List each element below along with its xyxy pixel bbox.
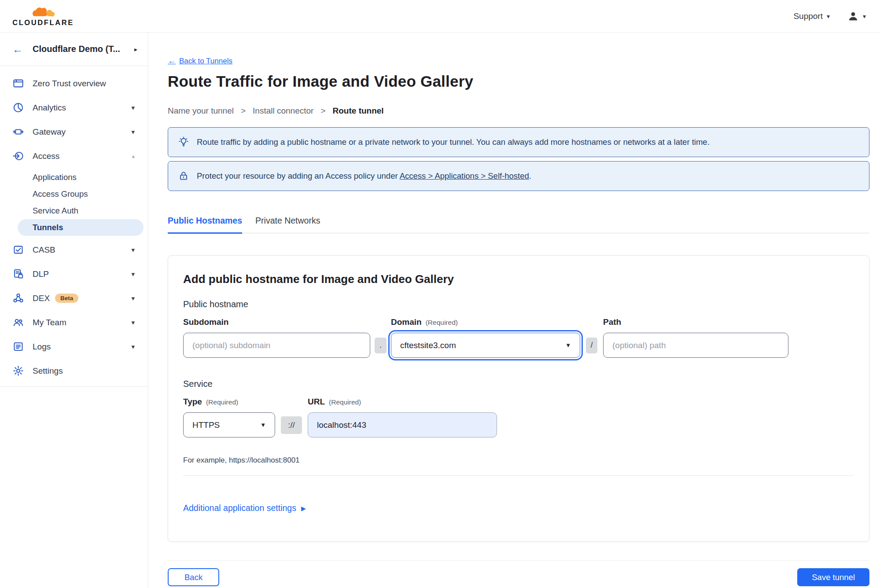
service-type-select[interactable]: HTTPS ▼ [183, 412, 275, 437]
info-banner-text: Route traffic by adding a public hostnam… [197, 137, 710, 147]
breadcrumb-separator: > [241, 106, 246, 116]
back-to-tunnels-link[interactable]: ← Back to Tunnels [168, 56, 232, 66]
sidebar-item-dex[interactable]: DEX Beta ▾ [0, 286, 148, 310]
breadcrumb-step-route-tunnel: Route tunnel [333, 106, 384, 116]
breadcrumb: Name your tunnel > Install connector > R… [168, 106, 869, 116]
sidebar-item-label: CASB [33, 245, 55, 255]
hostname-tabs: Public Hostnames Private Networks [168, 216, 869, 233]
back-link-label: Back to Tunnels [179, 57, 232, 66]
chevron-down-icon: ▾ [131, 104, 135, 112]
sidebar-item-settings[interactable]: Settings [0, 359, 148, 383]
sidebar-item-label: DEX [33, 294, 50, 303]
save-tunnel-button[interactable]: Save tunnel [797, 568, 869, 586]
url-label: URL [308, 397, 325, 407]
sidebar-divider [0, 386, 148, 387]
chevron-right-icon: ▸ [134, 46, 137, 52]
logs-list-icon [12, 341, 24, 353]
card-divider [183, 475, 854, 476]
service-section-label: Service [183, 379, 854, 389]
settings-gear-icon [12, 365, 24, 377]
chevron-down-icon: ▾ [131, 294, 135, 302]
sidebar-item-label: Logs [33, 342, 51, 352]
chevron-down-icon: ▾ [131, 343, 135, 351]
dlp-document-lock-icon [12, 268, 24, 280]
chevron-down-icon: ▾ [863, 13, 866, 19]
sidebar-item-applications[interactable]: Applications [0, 169, 148, 186]
sidebar-item-tunnels[interactable]: Tunnels [18, 219, 144, 236]
additional-settings-label: Additional application settings [183, 503, 296, 513]
sidebar-item-dlp[interactable]: DLP ▾ [0, 262, 148, 286]
sidebar-item-access-groups[interactable]: Access Groups [0, 186, 148, 202]
team-people-icon [12, 316, 24, 328]
sidebar-item-label: My Team [33, 318, 66, 327]
service-type-value: HTTPS [192, 420, 220, 430]
beta-badge: Beta [55, 294, 78, 303]
subdomain-label: Subdomain [183, 317, 228, 327]
info-banner: Route traffic by adding a public hostnam… [168, 127, 869, 157]
sidebar-item-label: Gateway [33, 127, 66, 137]
path-input[interactable] [603, 333, 788, 358]
tab-private-networks[interactable]: Private Networks [255, 216, 320, 233]
path-label: Path [603, 317, 621, 327]
sidebar-item-casb[interactable]: CASB ▾ [0, 238, 148, 262]
sidebar-item-zero-trust-overview[interactable]: Zero Trust overview [0, 71, 148, 96]
breadcrumb-separator: > [320, 106, 325, 116]
protect-text-suffix: . [529, 171, 531, 180]
back-button[interactable]: Back [168, 568, 219, 586]
breadcrumb-step-install-connector[interactable]: Install connector [253, 106, 313, 116]
protect-banner-text: Protect your resource by adding an Acces… [197, 171, 531, 181]
overview-window-icon [12, 77, 24, 89]
back-arrow-icon: ← [168, 56, 176, 66]
access-sub-list: Applications Access Groups Service Auth … [0, 168, 148, 238]
required-hint: (Required) [329, 398, 361, 406]
footer-divider [168, 560, 869, 561]
domain-select[interactable]: cftestsite3.com ▼ [391, 333, 580, 358]
sidebar-item-gateway[interactable]: Gateway ▾ [0, 120, 148, 144]
scheme-separator: :// [281, 416, 302, 434]
chevron-down-icon: ▾ [827, 13, 830, 19]
gateway-icon [12, 126, 24, 138]
disclosure-triangle-icon: ▶ [301, 505, 306, 512]
support-label: Support [793, 11, 823, 21]
access-applications-self-hosted-link[interactable]: Access > Applications > Self-hosted [400, 171, 529, 180]
sidebar-nav: Zero Trust overview Analytics ▾ Gateway … [0, 66, 148, 387]
sidebar-item-label: Tunnels [33, 223, 63, 232]
chevron-up-icon: ▴ [132, 153, 135, 159]
footer-actions: Back Save tunnel [168, 568, 869, 586]
required-hint: (Required) [426, 319, 458, 327]
sidebar-item-logs[interactable]: Logs ▾ [0, 334, 148, 359]
tab-public-hostnames[interactable]: Public Hostnames [168, 216, 242, 234]
domain-label: Domain [391, 317, 422, 327]
support-menu[interactable]: Support ▾ [793, 11, 830, 21]
user-icon [847, 11, 859, 22]
public-hostname-section-label: Public hostname [183, 299, 854, 309]
sidebar-item-label: Service Auth [33, 206, 78, 216]
subdomain-input[interactable] [183, 333, 370, 358]
required-hint: (Required) [206, 398, 238, 406]
protect-banner: Protect your resource by adding an Acces… [168, 161, 869, 191]
service-url-input[interactable] [308, 412, 497, 437]
sidebar-item-my-team[interactable]: My Team ▾ [0, 310, 148, 334]
back-arrow-icon[interactable]: ← [12, 44, 23, 55]
cloudflare-logo[interactable]: CLOUDFLARE [8, 6, 78, 26]
sidebar-item-access[interactable]: Access ▴ [0, 144, 148, 168]
lock-icon [178, 170, 189, 182]
protect-text-prefix: Protect your resource by adding an Acces… [197, 171, 398, 180]
chevron-down-icon: ▾ [131, 270, 135, 278]
account-switcher[interactable]: ← Cloudflare Demo (T... ▸ [0, 33, 148, 66]
main-content: ← Back to Tunnels Route Traffic for Imag… [148, 33, 880, 588]
lightbulb-icon [178, 136, 189, 148]
sidebar-item-label: DLP [33, 269, 49, 279]
chevron-down-icon: ▾ [131, 319, 135, 327]
dot-separator: . [375, 338, 387, 353]
breadcrumb-step-name-your-tunnel[interactable]: Name your tunnel [168, 106, 234, 116]
chevron-down-icon: ▾ [131, 128, 135, 136]
hostname-field-row: Subdomain . Domain (Required) cftestsite… [183, 317, 854, 358]
sidebar-item-label: Access Groups [33, 189, 88, 199]
cloudflare-cloud-icon [23, 6, 63, 19]
additional-settings-toggle[interactable]: Additional application settings ▶ [183, 503, 306, 513]
user-menu[interactable]: ▾ [847, 11, 866, 22]
select-caret-icon: ▼ [260, 422, 266, 428]
sidebar-item-service-auth[interactable]: Service Auth [0, 202, 148, 219]
sidebar-item-analytics[interactable]: Analytics ▾ [0, 96, 148, 120]
